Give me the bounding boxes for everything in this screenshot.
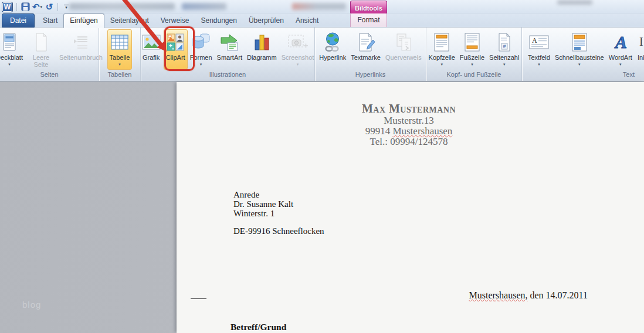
- screenshot-button[interactable]: Screenshot ▾: [279, 29, 317, 70]
- tabelle-button[interactable]: Tabelle ▾: [107, 29, 133, 70]
- svg-text:#: #: [503, 43, 506, 49]
- diagramm-button[interactable]: Diagramm: [245, 29, 279, 70]
- drop-cap-icon: I: [637, 30, 644, 53]
- recipient-address-block: Anrede Dr. Susanne Kalt Winterstr. 1 DE-…: [233, 190, 324, 236]
- shapes-icon: [191, 30, 211, 53]
- date-line: Mustershausen, den 14.07.2011: [469, 290, 588, 301]
- undo-button[interactable]: ↶ ▾: [32, 2, 42, 12]
- header-icon: [433, 30, 450, 53]
- blank-line: [233, 218, 324, 226]
- quick-parts-icon: [571, 30, 588, 53]
- document-workspace: blog Max Mustermann Musterstr.13 99914 M…: [0, 81, 644, 333]
- textmarke-button[interactable]: Textmarke: [348, 29, 383, 70]
- hyperlink-button[interactable]: Hyperlink: [317, 29, 348, 70]
- word-logo-icon[interactable]: W: [2, 2, 13, 12]
- toolbar-separator: [57, 3, 58, 11]
- redo-button[interactable]: ↺: [45, 2, 54, 12]
- document-page[interactable]: Max Mustermann Musterstr.13 99914 Muster…: [177, 82, 644, 333]
- group-label-seiten: Seiten: [0, 70, 99, 81]
- group-label-hyperlinks: Hyperlinks: [315, 70, 426, 81]
- clipart-icon: [167, 30, 184, 53]
- svg-text:A: A: [532, 36, 537, 44]
- tab-sendungen[interactable]: Sendungen: [195, 14, 242, 28]
- chevron-down-icon: ▾: [538, 62, 540, 67]
- tab-einfuegen[interactable]: Einfügen: [63, 13, 104, 28]
- title-bar: W ↶ ▾ ↺ ▾ Bildtools: [0, 0, 644, 13]
- chevron-down-icon: ▾: [118, 62, 121, 67]
- querverweis-button[interactable]: Querverweis: [383, 29, 424, 70]
- group-label-kopf-fusszeile: Kopf- und Fußzeile: [426, 70, 521, 81]
- tab-seitenlayout[interactable]: Seitenlayout: [104, 14, 155, 28]
- chevron-down-icon: ▾: [503, 62, 506, 67]
- chart-icon: [252, 30, 272, 53]
- bookmark-icon: [357, 30, 375, 53]
- initiale-button[interactable]: I Initiale ▾: [635, 29, 644, 70]
- chevron-down-icon: ▾: [40, 5, 43, 9]
- table-icon: [110, 30, 130, 53]
- blurred-title-text: [292, 3, 346, 10]
- cover-page-icon: [0, 30, 19, 53]
- fusszeile-button[interactable]: Fußzeile ▾: [457, 29, 487, 70]
- schnellbausteine-button[interactable]: Schnellbausteine ▾: [553, 29, 606, 70]
- tab-start[interactable]: Start: [37, 14, 63, 28]
- chevron-down-icon: ▾: [8, 62, 11, 67]
- hyperlink-globe-icon: [323, 30, 343, 53]
- svg-text:A: A: [614, 32, 627, 52]
- ribbon-group-text: A Textfeld ▾ Schnellbausteine ▾: [522, 28, 644, 81]
- spellcheck-underline: Mustershausen,: [469, 290, 528, 300]
- recipient-name: Dr. Susanne Kalt: [233, 199, 324, 209]
- seitenumbruch-button[interactable]: Seitenumbruch: [57, 29, 105, 70]
- tab-format[interactable]: Format: [350, 13, 387, 27]
- page-number-icon: #: [496, 30, 513, 53]
- recipient-salutation: Anrede: [233, 190, 324, 199]
- blurred-title-text: [69, 3, 175, 10]
- ribbon-group-hyperlinks: Hyperlink Textmarke: [315, 28, 426, 81]
- fold-mark: [191, 298, 206, 299]
- wordart-button[interactable]: A WordArt ▾: [606, 29, 635, 70]
- chevron-down-icon: ▾: [471, 62, 473, 67]
- tab-datei[interactable]: Datei: [2, 13, 35, 28]
- cross-reference-icon: [394, 30, 413, 53]
- group-label-illustrationen: Illustrationen: [141, 70, 314, 81]
- group-label-tabellen: Tabellen: [99, 70, 140, 81]
- screenshot-icon: [287, 30, 309, 53]
- recipient-street: Winterstr. 1: [233, 209, 324, 218]
- svg-text:I: I: [639, 35, 643, 48]
- textfeld-button[interactable]: A Textfeld ▾: [526, 29, 553, 70]
- recipient-city: DE-99916 Schneeflocken: [233, 226, 324, 236]
- formen-button[interactable]: Formen ▾: [188, 29, 215, 70]
- blank-page-icon: [32, 30, 50, 53]
- tab-ueberpruefen[interactable]: Überprüfen: [243, 14, 290, 28]
- ribbon: Deckblatt ▾ Leere Seite: [0, 28, 644, 81]
- sender-city: 99914 Mustershausen: [280, 126, 538, 137]
- ribbon-group-tabellen: Tabelle ▾ Tabellen: [99, 28, 141, 81]
- footer-icon: [463, 30, 481, 53]
- quick-access-toolbar: W ↶ ▾ ↺ ▾: [2, 1, 71, 12]
- leere-seite-button[interactable]: Leere Seite: [25, 29, 57, 70]
- chevron-down-icon: ▾: [297, 62, 299, 67]
- blurred-title-text: [182, 3, 226, 10]
- save-button[interactable]: [21, 2, 30, 12]
- ribbon-group-seiten: Deckblatt ▾ Leere Seite: [0, 28, 99, 81]
- page-break-icon: [71, 30, 91, 53]
- toolbar-separator: [16, 3, 17, 11]
- chevron-down-icon: ▾: [578, 62, 581, 67]
- sender-letterhead: Max Mustermann Musterstr.13 99914 Muster…: [280, 101, 538, 147]
- chevron-down-icon: ▾: [619, 62, 622, 67]
- smartart-button[interactable]: SmartArt: [215, 29, 245, 70]
- seitenzahl-button[interactable]: # Seitenzahl ▾: [487, 29, 521, 70]
- grafik-button[interactable]: Grafik: [139, 29, 164, 70]
- sender-name: Max Mustermann: [280, 101, 538, 115]
- redo-icon: ↺: [46, 3, 53, 11]
- kopfzeile-button[interactable]: Kopfzeile ▾: [426, 29, 457, 70]
- ribbon-group-illustrationen: Grafik: [141, 28, 315, 81]
- subject-line: Betreff/Grund: [231, 322, 286, 332]
- clipart-button[interactable]: ClipArt: [164, 29, 188, 70]
- tab-ansicht[interactable]: Ansicht: [290, 14, 324, 28]
- picture-icon: [141, 30, 161, 53]
- chevron-down-icon: ▾: [440, 62, 443, 67]
- deckblatt-button[interactable]: Deckblatt ▾: [0, 29, 25, 70]
- save-icon: [21, 2, 30, 11]
- tab-verweise[interactable]: Verweise: [155, 14, 195, 28]
- text-box-icon: A: [528, 30, 550, 53]
